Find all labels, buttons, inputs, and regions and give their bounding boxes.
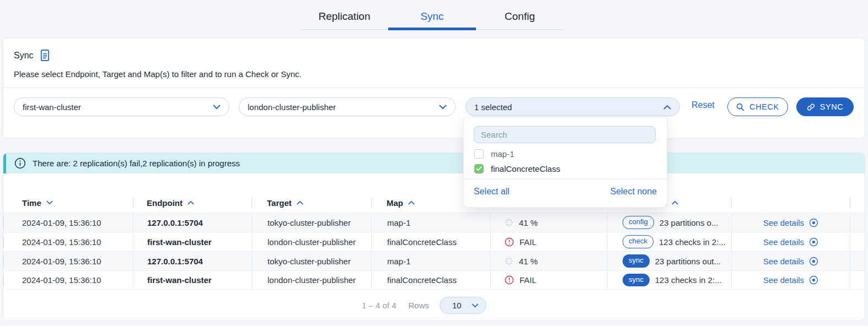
tab-config[interactable]: Config xyxy=(476,4,564,29)
tab-replication[interactable]: Replication xyxy=(301,4,388,29)
map-select[interactable]: 1 selected xyxy=(465,97,680,116)
cell-details: See details xyxy=(731,232,850,251)
endpoint-select[interactable]: first-wan-cluster xyxy=(14,97,229,116)
cell-map: map-1 xyxy=(371,213,490,232)
tab-sync-label: Sync xyxy=(420,10,443,22)
status-text: FAIL xyxy=(519,237,537,247)
see-details-label: See details xyxy=(763,237,804,247)
cell-time: 2024-01-09, 15:36:10 xyxy=(3,271,133,289)
map-option-map-1[interactable]: map-1 xyxy=(474,148,515,160)
link-icon xyxy=(807,103,815,111)
cell-time: 2024-01-09, 15:36:10 xyxy=(3,232,133,251)
map-select-value: 1 selected xyxy=(474,102,512,112)
select-all-link[interactable]: Select all xyxy=(474,187,510,197)
wan-sync-page: Replication Sync Config Sync Please sele… xyxy=(0,0,868,326)
see-details-link[interactable]: See details xyxy=(763,275,818,285)
column-header-label: Target xyxy=(267,198,292,208)
panel-divider xyxy=(3,88,865,88)
see-details-link[interactable]: See details xyxy=(763,237,818,247)
cell-time: 2024-01-09, 15:36:10 xyxy=(3,213,133,232)
cell-spacer xyxy=(850,252,865,270)
table-row: 2024-01-09, 15:36:10 first-wan-cluster l… xyxy=(3,232,865,251)
cell-spacer xyxy=(850,232,865,251)
table-header-row: Time Endpoint Target Map Status Message xyxy=(3,193,865,213)
map-dropdown-panel: map-1 finalConcreteClass Select all Sele… xyxy=(463,117,667,208)
eye-icon xyxy=(809,237,818,247)
select-none-link[interactable]: Select none xyxy=(610,187,657,197)
document-icon[interactable] xyxy=(40,49,50,62)
sort-chevron-icon xyxy=(46,200,53,205)
panel-description: Please select Endpoint, Target and Map(s… xyxy=(14,69,302,79)
check-button[interactable]: CHECK xyxy=(727,97,788,116)
eye-icon xyxy=(809,275,818,285)
chevron-up-icon xyxy=(663,105,671,110)
rows-per-page-select[interactable]: 10 xyxy=(440,297,486,314)
cell-details: See details xyxy=(731,213,850,232)
see-details-label: See details xyxy=(763,218,804,227)
spinner-icon xyxy=(505,218,513,227)
chevron-down-icon xyxy=(213,105,221,110)
column-header-label: Map xyxy=(387,198,403,208)
sort-chevron-icon xyxy=(297,200,303,205)
eye-icon xyxy=(809,218,818,227)
cell-target: london-cluster-publisher xyxy=(251,271,371,289)
column-header-endpoint[interactable]: Endpoint xyxy=(133,193,251,213)
cell-message: sync 123 checks in 2:... xyxy=(607,271,731,289)
status-badge: sync xyxy=(623,254,650,267)
tab-config-label: Config xyxy=(505,10,535,22)
status-badge: config xyxy=(623,216,654,229)
cell-spacer xyxy=(850,213,865,232)
message-text: 23 partitions o... xyxy=(660,218,719,227)
cell-endpoint: 127.0.0.1:5704 xyxy=(133,252,251,270)
results-section: There are: 2 replication(s) fail,2 repli… xyxy=(3,153,865,321)
column-header-target[interactable]: Target xyxy=(251,193,371,213)
sort-chevron-icon xyxy=(408,200,415,205)
message-text: 23 partitions out... xyxy=(655,257,721,266)
cell-map: finalConcreteClass xyxy=(371,271,490,289)
map-option-finalconcreteclass[interactable]: finalConcreteClass xyxy=(474,162,560,175)
see-details-label: See details xyxy=(763,257,804,266)
chevron-down-icon xyxy=(471,303,479,308)
info-icon xyxy=(14,157,26,169)
target-select[interactable]: london-cluster-publisher xyxy=(239,97,456,116)
sync-button[interactable]: SYNC xyxy=(796,97,854,116)
map-option-label: finalConcreteClass xyxy=(491,164,560,173)
dropdown-divider xyxy=(464,179,667,180)
checkbox-icon xyxy=(474,149,484,159)
column-header-details xyxy=(731,193,850,213)
rows-per-page-value: 10 xyxy=(452,301,462,310)
cell-time: 2024-01-09, 15:36:10 xyxy=(3,252,133,270)
rows-per-page-label: Rows xyxy=(409,301,430,310)
cell-spacer xyxy=(850,271,865,289)
see-details-link[interactable]: See details xyxy=(763,257,818,266)
see-details-link[interactable]: See details xyxy=(763,218,818,227)
table-row: 2024-01-09, 15:36:10 127.0.0.1:5704 toky… xyxy=(3,213,865,232)
endpoint-select-value: first-wan-cluster xyxy=(23,102,81,112)
checkbox-icon xyxy=(474,164,484,173)
column-header-label: Time xyxy=(22,198,41,208)
tab-sync[interactable]: Sync xyxy=(388,4,476,29)
map-search-input[interactable] xyxy=(474,126,656,143)
status-badge: check xyxy=(623,235,653,248)
column-header-spacer xyxy=(850,193,865,213)
status-badge: sync xyxy=(623,274,650,286)
sort-chevron-icon xyxy=(672,200,678,205)
cell-message: check 123 checks in 2:... xyxy=(607,232,731,251)
cell-details: See details xyxy=(731,252,850,270)
column-header-time[interactable]: Time xyxy=(3,193,133,213)
panel-head: Sync xyxy=(14,49,50,62)
sort-chevron-icon xyxy=(187,200,194,205)
status-text: FAIL xyxy=(519,275,537,285)
cell-target: london-cluster-publisher xyxy=(251,232,371,251)
cell-target: tokyo-cluster-publisher xyxy=(251,213,371,232)
check-button-label: CHECK xyxy=(749,102,779,111)
pagination: 1 – 4 of 4 Rows 10 xyxy=(3,290,855,321)
cell-status: 41 % xyxy=(490,252,607,270)
error-icon xyxy=(505,275,514,285)
cell-endpoint: first-wan-cluster xyxy=(133,271,251,289)
status-text: 41 % xyxy=(519,218,538,227)
reset-button[interactable]: Reset xyxy=(692,100,715,110)
message-text: 123 checks in 2:... xyxy=(659,237,726,247)
cell-message: config 23 partitions o... xyxy=(607,213,731,232)
target-select-value: london-cluster-publisher xyxy=(248,102,336,112)
